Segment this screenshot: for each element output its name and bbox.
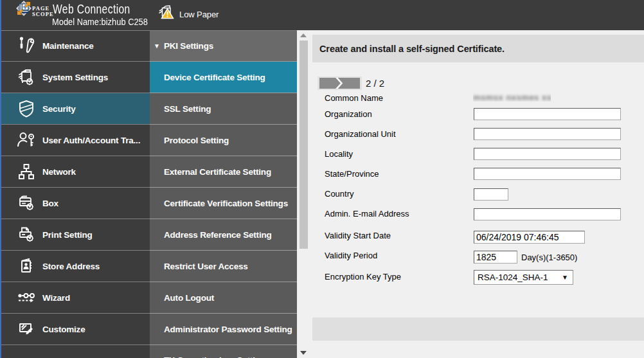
sidebar-item-label: System Settings: [42, 73, 108, 82]
sidebar-item-maintenance[interactable]: Maintenance: [0, 30, 150, 62]
submenu-header-pki-settings[interactable]: ▼ PKI Settings: [150, 30, 297, 62]
scroll-up-icon[interactable]: [300, 33, 307, 37]
field-label-encryption-key-type: Encryption Key Type: [325, 272, 401, 282]
page-header-band: Create and install a self-signed Certifi…: [312, 35, 644, 62]
sidebar-item-network[interactable]: Network: [0, 156, 150, 188]
field-label-country: Country: [325, 189, 354, 199]
field-label-organization: Organization: [325, 109, 372, 119]
validity-start-date-input[interactable]: [474, 231, 585, 244]
state-province-input[interactable]: [474, 168, 621, 180]
customize-pencil-icon: [15, 318, 37, 340]
sidebar-item-stub: [0, 345, 150, 358]
validity-period-input[interactable]: [474, 251, 517, 264]
address-book-icon: [15, 255, 37, 277]
sidebar-item-box[interactable]: Box: [0, 188, 150, 219]
brand-words: PAGE SCOPE: [32, 6, 54, 17]
main-content: Create and install a self-signed Certifi…: [309, 30, 644, 358]
scrollbar-thumb[interactable]: [300, 40, 308, 249]
select-dropdown-icon: ▼: [562, 274, 568, 281]
user-key-icon: [15, 129, 37, 151]
submenu-item-device-certificate-setting[interactable]: Device Certificate Setting: [150, 62, 297, 93]
organization-input[interactable]: [474, 108, 621, 120]
brand-word-bottom: SCOPE: [32, 12, 54, 17]
left-edge-accent-line: [0, 0, 1, 358]
collapse-triangle-icon: ▼: [154, 42, 160, 49]
sidebar-item-label: Box: [42, 199, 58, 208]
locality-input[interactable]: [474, 148, 621, 160]
field-label-state-province: State/Province: [325, 169, 379, 179]
submenu-item-administrator-password-setting[interactable]: Administrator Password Setting: [150, 314, 297, 345]
field-label-common-name: Common Name: [325, 93, 383, 103]
sidebar-item-wizard[interactable]: Wizard: [0, 282, 150, 314]
field-label-validity-period: Validity Period: [325, 251, 377, 260]
footer-band: [312, 318, 644, 341]
country-input[interactable]: [474, 188, 508, 201]
sidebar-item-store-address[interactable]: Store Address: [0, 251, 150, 282]
submenu-item-address-reference-setting[interactable]: Address Reference Setting: [150, 219, 297, 251]
menu-top-separator: [0, 30, 297, 31]
copier-gear-icon: [15, 66, 37, 88]
submenu-header-label: PKI Settings: [164, 41, 213, 51]
submenu-pki-settings: ▼ PKI Settings Device Certificate Settin…: [150, 30, 297, 358]
validity-period-suffix: Day(s)(1-3650): [521, 253, 577, 262]
network-tree-icon: [15, 161, 37, 183]
status-label: Low Paper: [179, 10, 219, 19]
sidebar-item-label: Network: [42, 167, 76, 177]
sidebar-item-label: User Auth/Account Tra...: [42, 136, 140, 145]
admin-email-input[interactable]: [474, 208, 621, 220]
common-name-redacted-value: msmsx nxsmes xssn: [473, 93, 551, 102]
sidebar-item-system-settings[interactable]: System Settings: [0, 62, 150, 93]
shield-icon: [15, 98, 37, 120]
device-status[interactable]: Low Paper: [158, 4, 219, 22]
sidebar-item-label: Print Setting: [42, 230, 93, 240]
submenu-item-protocol-setting[interactable]: Protocol Setting: [150, 125, 297, 156]
select-value: RSA-1024_SHA-1: [478, 273, 562, 282]
top-bar: PAGE SCOPE Web Connection Model Name:biz…: [0, 0, 644, 30]
step-count: 2 / 2: [366, 76, 384, 90]
sidebar-item-customize[interactable]: Customize: [0, 314, 150, 345]
sidebar-item-label: Customize: [42, 325, 85, 334]
box-device-gear-icon: [15, 192, 37, 214]
field-label-organizational-unit: Organizational Unit: [325, 129, 396, 139]
scroll-down-icon[interactable]: [300, 351, 307, 355]
vertical-scrollbar[interactable]: [297, 30, 309, 358]
encryption-key-type-select[interactable]: RSA-1024_SHA-1 ▼: [474, 270, 573, 285]
sidebar-item-label: Store Address: [42, 262, 100, 271]
sidebar-item-label: Maintenance: [42, 41, 94, 51]
sidebar-item-user-auth[interactable]: User Auth/Account Tra...: [0, 125, 150, 156]
submenu-item-auto-logout[interactable]: Auto Logout: [150, 282, 297, 314]
submenu-item-certificate-verification-settings[interactable]: Certificate Verification Settings: [150, 188, 297, 219]
page-title: Create and install a self-signed Certifi…: [319, 44, 505, 54]
organizational-unit-input[interactable]: [474, 128, 621, 140]
field-label-admin-email: Admin. E-mail Address: [325, 209, 409, 219]
wizard-steps-icon: [15, 287, 37, 309]
sidebar-item-label: Wizard: [42, 293, 70, 303]
printer-gear-icon: [15, 224, 37, 246]
low-paper-warning-icon: [158, 4, 175, 22]
submenu-item-ssl-setting[interactable]: SSL Setting: [150, 93, 297, 125]
model-name: Model Name:bizhub C258: [52, 17, 148, 27]
pagescope-logo-icon: [16, 1, 31, 19]
sidebar-item-label: Security: [42, 104, 76, 114]
sidebar-item-print-setting[interactable]: Print Setting: [0, 219, 150, 251]
sidebar-menu: Maintenance System Settings: [0, 30, 150, 358]
app-title: Web Connection: [53, 2, 130, 17]
field-label-locality: Locality: [325, 149, 353, 159]
submenu-item-restrict-user-access[interactable]: Restrict User Access: [150, 251, 297, 282]
step-indicator: [318, 76, 362, 90]
submenu-item-tx-operation-log-setting[interactable]: TX Operation Log Setting: [150, 345, 297, 358]
sidebar-item-security[interactable]: Security: [0, 93, 150, 125]
wrench-screwdriver-icon: [15, 35, 37, 57]
field-label-validity-start-date: Validity Start Date: [325, 231, 391, 240]
submenu-item-external-certificate-setting[interactable]: External Certificate Setting: [150, 156, 297, 188]
